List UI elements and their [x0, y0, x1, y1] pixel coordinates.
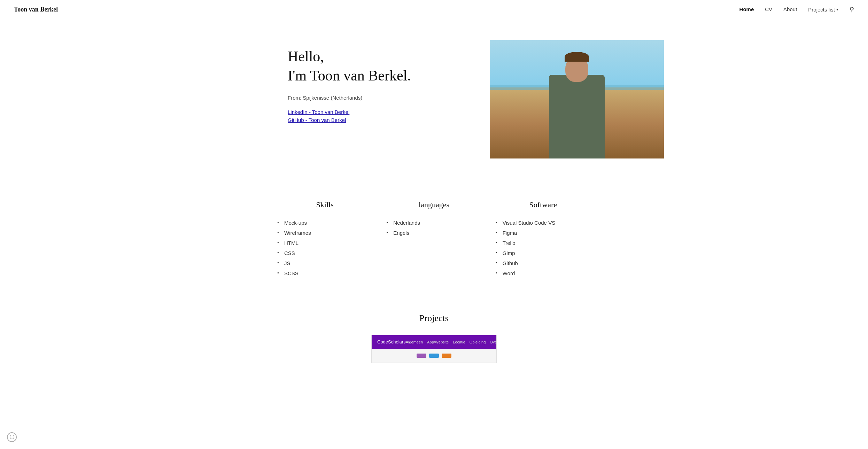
- nav-item[interactable]: Ove...: [490, 340, 497, 344]
- list-item: Github: [496, 258, 591, 268]
- list-item: Gimp: [496, 248, 591, 258]
- skills-column: Skills Mock-ups Wireframes HTML CSS JS S…: [277, 200, 372, 278]
- projects-section: Projects CodeScholars Algemeen App/Websi…: [190, 299, 678, 384]
- nav-about[interactable]: About: [783, 6, 797, 12]
- hero-text: Hello, I'm Toon van Berkel. From: Spijke…: [288, 40, 462, 123]
- hero-heading: Hello, I'm Toon van Berkel.: [288, 47, 462, 85]
- site-brand[interactable]: Toon van Berkel: [14, 6, 58, 13]
- project-card-header: CodeScholars Algemeen App/Website Locati…: [372, 335, 496, 349]
- list-item: Visual Studio Code VS: [496, 218, 591, 228]
- list-item: Wireframes: [277, 228, 372, 238]
- nav-item[interactable]: Locatie: [453, 340, 465, 344]
- list-item: Figma: [496, 228, 591, 238]
- languages-column: languages Nederlands Engels: [386, 200, 481, 278]
- linkedin-link[interactable]: LinkedIn - Toon van Berkel: [288, 109, 462, 115]
- list-item: CSS: [277, 248, 372, 258]
- project-brand: CodeScholars: [377, 339, 406, 345]
- project-card: CodeScholars Algemeen App/Website Locati…: [371, 335, 497, 363]
- hero-section: Hello, I'm Toon van Berkel. From: Spijke…: [190, 19, 678, 179]
- nav-projects-list[interactable]: Projects list ▾: [808, 7, 838, 13]
- skills-list: Mock-ups Wireframes HTML CSS JS SCSS: [277, 218, 372, 278]
- list-item: Engels: [386, 228, 481, 238]
- navbar: Toon van Berkel Home CV About Projects l…: [0, 0, 868, 19]
- nav-item[interactable]: Opleiding: [470, 340, 486, 344]
- nav-item[interactable]: App/Website: [427, 340, 449, 344]
- list-item: Trello: [496, 238, 591, 248]
- languages-list: Nederlands Engels: [386, 218, 481, 238]
- github-link[interactable]: GitHub - Toon van Berkel: [288, 117, 462, 123]
- nav-cv[interactable]: CV: [765, 6, 772, 12]
- skills-heading: Skills: [277, 200, 372, 209]
- hero-location: From: Spijkenisse (Netherlands): [288, 95, 462, 101]
- list-item: Mock-ups: [277, 218, 372, 228]
- project-card-nav: Algemeen App/Website Locatie Opleiding O…: [406, 340, 497, 344]
- list-item: HTML: [277, 238, 372, 248]
- nav-item[interactable]: Algemeen: [406, 340, 423, 344]
- nav-home[interactable]: Home: [739, 6, 754, 12]
- list-item: JS: [277, 258, 372, 268]
- chevron-down-icon: ▾: [836, 7, 838, 12]
- projects-heading: Projects: [204, 313, 664, 324]
- search-icon[interactable]: ⚲: [850, 6, 854, 13]
- project-thumb: [417, 354, 426, 358]
- software-list: Visual Studio Code VS Figma Trello Gimp …: [496, 218, 591, 278]
- languages-heading: languages: [386, 200, 481, 209]
- skills-section: Skills Mock-ups Wireframes HTML CSS JS S…: [190, 179, 678, 299]
- skills-grid: Skills Mock-ups Wireframes HTML CSS JS S…: [277, 200, 591, 278]
- project-thumb: [429, 354, 439, 358]
- project-thumb: [442, 354, 451, 358]
- hero-photo: [490, 40, 664, 158]
- hero-links: LinkedIn - Toon van Berkel GitHub - Toon…: [288, 109, 462, 123]
- software-column: Software Visual Studio Code VS Figma Tre…: [496, 200, 591, 278]
- list-item: Nederlands: [386, 218, 481, 228]
- software-heading: Software: [496, 200, 591, 209]
- list-item: SCSS: [277, 268, 372, 278]
- project-card-body: [372, 349, 496, 363]
- info-icon[interactable]: ⓘ: [7, 432, 17, 442]
- list-item: Word: [496, 268, 591, 278]
